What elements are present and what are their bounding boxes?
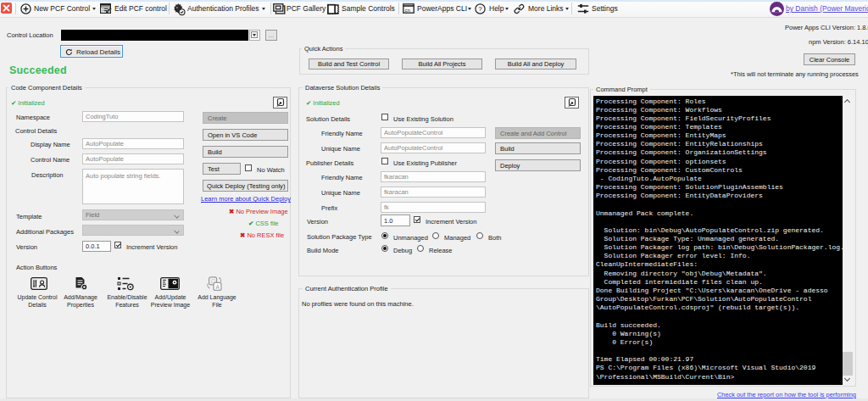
svg-text:A: A [215,284,220,290]
svg-text:cn: cn [405,8,410,14]
svg-text:?: ? [478,5,482,13]
